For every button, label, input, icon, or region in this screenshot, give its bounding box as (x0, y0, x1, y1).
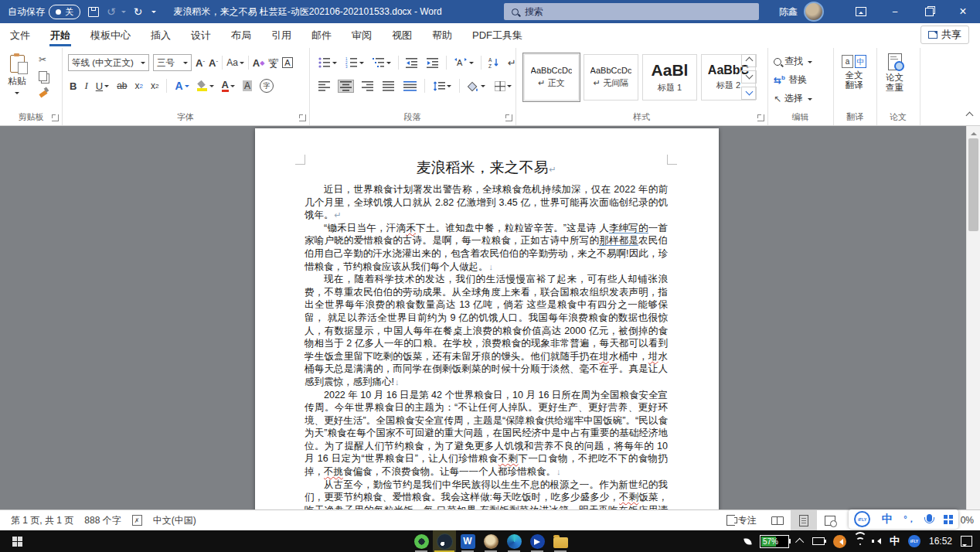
justify-button[interactable] (381, 80, 396, 92)
bullets-button[interactable] (317, 56, 339, 69)
tab-引用[interactable]: 引用 (261, 23, 301, 48)
tab-审阅[interactable]: 审阅 (342, 23, 382, 48)
enclose-characters-button[interactable]: 字 (260, 79, 274, 93)
search-box[interactable]: 搜索 (504, 3, 759, 20)
start-button[interactable] (0, 530, 34, 552)
proofing-status-button[interactable]: ✗ (132, 515, 142, 526)
ime-indicator[interactable]: 中 (890, 534, 900, 548)
select-button[interactable]: ↖ 选择 (774, 92, 812, 105)
steam-icon[interactable] (433, 530, 456, 552)
clear-formatting-button[interactable]: A◆ (253, 57, 265, 69)
numbering-button[interactable]: 123 (344, 56, 366, 69)
word-count[interactable]: 888 个字 (84, 514, 121, 527)
restore-button[interactable] (912, 0, 946, 23)
gear-app-icon[interactable] (410, 530, 433, 552)
ifly-logo-icon[interactable]: iFLY (854, 511, 870, 527)
print-layout-button[interactable] (791, 510, 817, 530)
folder-icon[interactable] (549, 530, 572, 552)
line-spacing-button[interactable] (431, 80, 453, 92)
bold-button[interactable]: B (70, 80, 77, 92)
styles-scroll-up-button[interactable] (741, 54, 757, 67)
plane-app-icon[interactable] (526, 530, 549, 552)
focus-mode-button[interactable]: 专注 (726, 514, 757, 527)
web-layout-button[interactable] (817, 510, 843, 530)
increase-indent-button[interactable] (425, 56, 441, 69)
battery-saver-leaf-icon[interactable] (744, 537, 751, 545)
redo-button[interactable]: ↻ (134, 6, 143, 17)
ime-punctuation-button[interactable]: °， (903, 513, 915, 525)
styles-dialog-launcher[interactable] (757, 114, 764, 121)
tab-开始[interactable]: 开始 (40, 23, 80, 48)
quick-access-dropdown[interactable] (150, 9, 156, 14)
paste-button[interactable]: 粘贴 (8, 55, 26, 95)
subscript-button[interactable]: x2 (134, 80, 142, 91)
format-painter-button[interactable] (39, 87, 48, 97)
ribbon-display-options-button[interactable] (844, 0, 878, 23)
style-无间隔[interactable]: AaBbCcDc↵ 无间隔 (584, 54, 638, 101)
character-shading-button[interactable]: A (243, 80, 252, 91)
close-button[interactable]: × (946, 0, 980, 23)
distribute-button[interactable] (402, 80, 418, 92)
clipboard-dialog-launcher[interactable] (52, 114, 59, 121)
minimize-button[interactable]: − (878, 0, 912, 23)
highlight-button[interactable] (197, 81, 214, 91)
font-dialog-launcher[interactable] (299, 114, 306, 121)
strikethrough-button[interactable]: ab (117, 80, 127, 91)
ifly-tray-icon[interactable]: iFLY (908, 535, 920, 547)
scrollbar-thumb[interactable] (968, 138, 978, 231)
tab-插入[interactable]: 插入 (141, 23, 181, 48)
tab-PDF工具集[interactable]: PDF工具集 (462, 23, 533, 48)
share-button[interactable]: 共享 (920, 26, 969, 44)
word-icon[interactable]: W (456, 530, 479, 552)
align-center-button[interactable] (338, 80, 354, 93)
underline-button[interactable]: U (96, 80, 109, 92)
phonetic-guide-button[interactable]: wén文 (268, 58, 278, 67)
borders-button[interactable] (493, 80, 513, 92)
ifly-ime-panel[interactable]: iFLY 中 °， (849, 509, 958, 529)
avatar-app-icon[interactable] (479, 530, 502, 552)
character-scaling-button[interactable]: A (452, 56, 475, 69)
styles-more-button[interactable] (741, 87, 757, 100)
tab-模板中心[interactable]: 模板中心 (80, 23, 141, 48)
cut-button[interactable]: ✂ (39, 54, 48, 65)
wifi-icon[interactable] (855, 537, 866, 546)
font-size-combo[interactable]: 三号 (153, 54, 192, 71)
user-avatar[interactable] (804, 2, 824, 22)
ime-menu-grid-icon[interactable] (944, 515, 948, 519)
zoom-level[interactable]: 0% (961, 515, 974, 526)
full-translate-button[interactable]: a中 全文 翻译 (842, 55, 866, 90)
find-button[interactable]: 查找 (774, 55, 812, 68)
tab-布局[interactable]: 布局 (221, 23, 261, 48)
paper-check-button[interactable]: 论文 查重 (886, 53, 903, 93)
document-page[interactable]: 麦浪稻米，来之不易↵ 近日，世界粮食计划署发出警告称，全球粮食危机持续加深，仅在… (255, 128, 719, 510)
style-正文[interactable]: AaBbCcDc↵ 正文 (523, 53, 580, 101)
ime-mode-button[interactable]: 中 (882, 513, 893, 526)
shading-button[interactable] (466, 80, 487, 92)
page-indicator[interactable]: 第 1 页, 共 1 页 (11, 514, 73, 527)
vertical-scrollbar[interactable] (966, 126, 980, 510)
multilevel-list-button[interactable] (371, 56, 393, 69)
save-button[interactable] (88, 7, 99, 17)
grow-font-button[interactable]: Aˆ (196, 57, 205, 69)
superscript-button[interactable]: x2 (151, 80, 158, 91)
undo-button[interactable]: ↺ (107, 6, 126, 17)
tab-视图[interactable]: 视图 (382, 23, 422, 48)
document-area[interactable]: 麦浪稻米，来之不易↵ 近日，世界粮食计划署发出警告称，全球粮食危机持续加深，仅在… (0, 126, 980, 510)
tab-设计[interactable]: 设计 (181, 23, 221, 48)
paragraph-dialog-launcher[interactable] (505, 114, 512, 121)
copy-button[interactable] (39, 71, 47, 81)
change-case-button[interactable]: Aa (226, 57, 244, 68)
document-content[interactable]: 麦浪稻米，来之不易↵ 近日，世界粮食计划署发出警告称，全球粮食危机持续加深，仅在… (305, 158, 668, 510)
clock[interactable]: 16:52 (929, 536, 952, 547)
volume-app-icon[interactable] (833, 535, 846, 548)
speaker-icon[interactable] (874, 538, 881, 544)
tab-文件[interactable]: 文件 (0, 23, 40, 48)
style-标题1[interactable]: AaBl标题 1 (642, 54, 697, 101)
language-indicator[interactable]: 中文(中国) (153, 514, 196, 527)
replace-button[interactable]: ⇆b 替换 (774, 73, 812, 87)
microphone-icon[interactable] (927, 514, 932, 522)
action-center-icon[interactable] (961, 536, 972, 547)
collapse-ribbon-button[interactable] (967, 110, 972, 121)
tab-帮助[interactable]: 帮助 (422, 23, 462, 48)
text-effects-button[interactable]: A (175, 80, 189, 92)
